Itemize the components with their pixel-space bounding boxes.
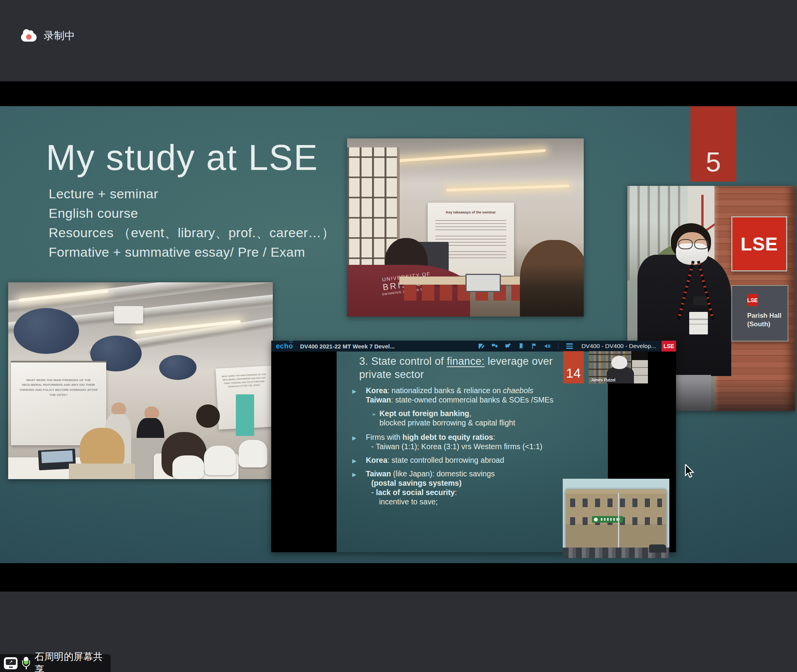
presenter-webcam-thumbnail[interactable]: James Putzel bbox=[589, 351, 648, 383]
display-text: WHAT WERE THE MAIN PREMISES OF THE NEOLI… bbox=[219, 372, 269, 388]
course-title: DV400 - DV400 - Develop... bbox=[581, 343, 656, 350]
flag-icon[interactable] bbox=[530, 342, 538, 350]
filing-cabinet bbox=[632, 360, 648, 383]
screen-share-icon: ↗ bbox=[4, 657, 18, 669]
acoustic-panel bbox=[159, 355, 197, 380]
session-title: DV400 2021-22 MT Week 7 Devel... bbox=[300, 343, 395, 350]
announcement-icon[interactable] bbox=[544, 342, 551, 350]
triangle-bullet-icon: ▶ bbox=[352, 387, 356, 396]
student-body bbox=[69, 464, 135, 479]
bullet-taiwan-savings: ▶ Taiwan (like Japan): domestic savings … bbox=[352, 469, 593, 506]
glasses bbox=[694, 239, 708, 249]
triangle-bullet-icon: ▶ bbox=[352, 470, 356, 479]
display-text: WHAT WERE THE MAIN PREMISES OF THE NEOLI… bbox=[18, 378, 98, 398]
bullet-korea-borrowing: ▶ Korea: state controlled borrowing abro… bbox=[352, 455, 593, 465]
white-chair bbox=[172, 455, 204, 479]
presenter-hair bbox=[611, 356, 627, 369]
id-badge bbox=[689, 312, 707, 334]
building-windows bbox=[570, 499, 662, 508]
slide-bullet: Resources （event、library、prof.、career…） bbox=[49, 223, 335, 242]
screen-share-status-bar: ↗ 石周明的屏幕共享 bbox=[0, 654, 111, 672]
presenter-name-label: James Putzel bbox=[591, 378, 615, 382]
lse-sign: LSE bbox=[731, 216, 787, 271]
flag-pole bbox=[618, 493, 619, 550]
lanyard-clip bbox=[693, 296, 707, 305]
slide-bullet: Formative + summative essay/ Pre / Exam bbox=[49, 242, 335, 262]
lse-classroom-photo: WHAT WERE THE MAIN PREMISES OF THE NEOLI… bbox=[8, 282, 273, 479]
subbullet-foreign-banking: ➢ Kept out foreign banking, blocked priv… bbox=[352, 409, 593, 427]
echo360-player-screenshot: echo DV400 2021-22 MT Week 7 Devel... bbox=[271, 341, 676, 552]
echo360-toolbar: echo DV400 2021-22 MT Week 7 Devel... bbox=[271, 341, 676, 352]
slide-bullet: English course bbox=[49, 203, 335, 223]
letterbox-top bbox=[0, 81, 797, 106]
triangle-bullet-icon: ▶ bbox=[352, 456, 356, 466]
lecture-slide-title: 3. State control of finance: leverage ov… bbox=[359, 355, 585, 381]
letterbox-bottom bbox=[0, 563, 797, 592]
share-label: 石周明的屏幕共享 bbox=[35, 650, 111, 672]
lse-logo-small: LSE bbox=[747, 294, 758, 306]
microphone-icon[interactable] bbox=[22, 657, 30, 669]
slide-title: My study at LSE bbox=[46, 137, 318, 178]
bookmark-icon[interactable] bbox=[517, 342, 525, 350]
echo360-logo[interactable]: echo bbox=[276, 342, 293, 350]
student-head bbox=[520, 240, 584, 317]
lecture-slide-page-number: 14 bbox=[563, 351, 584, 383]
lecture-slide-body: ▶ Korea: nationalized banks & reliance o… bbox=[352, 386, 593, 511]
acoustic-panel bbox=[14, 308, 79, 354]
student-head bbox=[196, 404, 220, 428]
list-icon[interactable] bbox=[566, 343, 573, 349]
cloud-recording-icon bbox=[21, 33, 37, 42]
glasses bbox=[678, 239, 692, 249]
triangle-bullet-icon: ▶ bbox=[352, 433, 356, 443]
ceiling-projector bbox=[114, 306, 143, 324]
arrow-bullet-icon: ➢ bbox=[372, 410, 376, 419]
plaque-text: Parish Hall (South) bbox=[747, 312, 788, 329]
white-chair bbox=[239, 440, 268, 467]
postal-bank-building-photo bbox=[563, 479, 669, 558]
chat-add-icon[interactable] bbox=[504, 342, 512, 350]
bullet-debt-ratios: ▶ Firms with high debt to equity ratios:… bbox=[352, 432, 593, 451]
slide-page-number: 5 bbox=[690, 106, 736, 182]
teal-poster bbox=[236, 394, 255, 436]
recording-label: 录制中 bbox=[44, 29, 75, 43]
parish-hall-plaque: LSE Parish Hall (South) bbox=[731, 285, 788, 341]
seminar-classroom-photo: Key takeaways of the seminar UNIVERSITY … bbox=[347, 138, 584, 317]
projected-slide-title: Key takeaways of the seminar bbox=[428, 210, 514, 214]
car bbox=[649, 544, 666, 552]
lse-badge: LSE bbox=[662, 341, 676, 352]
laptop bbox=[465, 274, 501, 292]
note-icon[interactable] bbox=[477, 342, 485, 350]
screen-share-view: 录制中 My study at LSE Lecture + seminar En… bbox=[0, 0, 797, 672]
slide-bullet: Lecture + seminar bbox=[49, 184, 335, 203]
white-chair bbox=[204, 446, 236, 475]
chat-icon[interactable] bbox=[491, 342, 499, 350]
bullet-korea-taiwan-banks: ▶ Korea: nationalized banks & reliance o… bbox=[352, 386, 593, 404]
slide-bullet-list: Lecture + seminar English course Resourc… bbox=[49, 184, 335, 262]
recording-indicator[interactable]: 录制中 bbox=[21, 29, 75, 43]
mouse-cursor bbox=[684, 464, 697, 480]
